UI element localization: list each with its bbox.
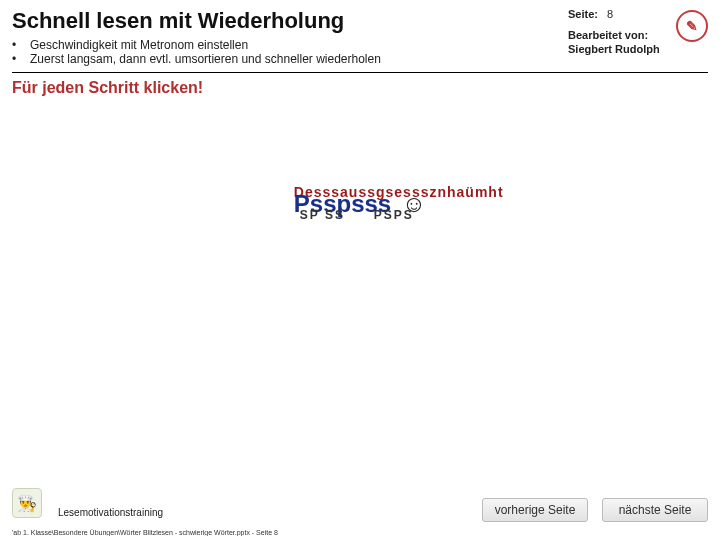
next-page-button[interactable]: nächste Seite bbox=[602, 498, 708, 522]
stamp-glyph: ✎ bbox=[686, 18, 698, 34]
word-overlay-b1: SP SS bbox=[300, 208, 345, 222]
word-overlay-b2: PSPS bbox=[374, 208, 414, 222]
word-stack[interactable]: Desssaussgsesssznhaümht Psspsss SP SS PS… bbox=[294, 190, 391, 218]
footer-logo-icon: 👨‍🍳 bbox=[12, 488, 42, 518]
bullet-list: • Geschwindigkeit mit Metronom einstelle… bbox=[12, 38, 568, 66]
bullet-item: • Geschwindigkeit mit Metronom einstelle… bbox=[12, 38, 568, 52]
bullet-marker: • bbox=[12, 38, 20, 52]
bullet-text: Zuerst langsam, dann evtl. umsortieren u… bbox=[30, 52, 381, 66]
prev-page-button[interactable]: vorherige Seite bbox=[482, 498, 588, 522]
stamp-logo-icon: ✎ bbox=[676, 10, 708, 42]
bullet-item: • Zuerst langsam, dann evtl. umsortieren… bbox=[12, 52, 568, 66]
footer-path: 'ab 1. Klasse\Besondere Übungen\Wörter B… bbox=[12, 529, 278, 536]
header-right: Seite: 8 Bearbeitet von: Siegbert Rudolp… bbox=[568, 8, 708, 66]
footer-title: Lesemotivationstraining bbox=[58, 507, 163, 518]
instruction-text: Für jeden Schritt klicken! bbox=[0, 73, 720, 103]
center-word-area[interactable]: Desssaussgsesssznhaümht Psspsss SP SS PS… bbox=[0, 190, 720, 218]
header: Schnell lesen mit Wiederholung • Geschwi… bbox=[0, 0, 720, 66]
page-title: Schnell lesen mit Wiederholung bbox=[12, 8, 568, 34]
bullet-text: Geschwindigkeit mit Metronom einstellen bbox=[30, 38, 248, 52]
footer: 👨‍🍳 Lesemotivationstraining 'ab 1. Klass… bbox=[0, 480, 720, 540]
page-label: Seite: bbox=[568, 8, 598, 20]
edited-name: Siegbert Rudolph bbox=[568, 42, 708, 56]
nav-buttons: vorherige Seite nächste Seite bbox=[482, 498, 708, 522]
footer-logo-glyph: 👨‍🍳 bbox=[17, 494, 37, 513]
bullet-marker: • bbox=[12, 52, 20, 66]
header-left: Schnell lesen mit Wiederholung • Geschwi… bbox=[12, 8, 568, 66]
page-number: 8 bbox=[607, 8, 613, 20]
